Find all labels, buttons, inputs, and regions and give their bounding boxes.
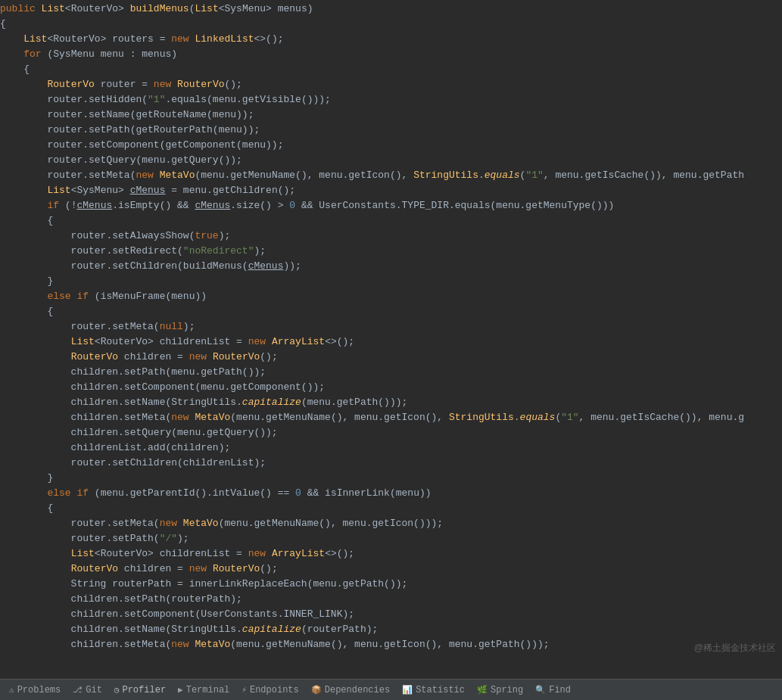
line-content: RouterVo router = new RouterVo(); (0, 79, 782, 90)
code-line: RouterVo children = new RouterVo(); (0, 351, 782, 366)
line-content: router.setMeta(new MetaVo(menu.getMenuNa… (0, 518, 782, 529)
tab-label: Profiler (122, 685, 166, 695)
tab-icon: ⚡ (241, 685, 247, 695)
line-content: router.setPath(getRouterPath(menu)); (0, 124, 782, 135)
code-line: children.setPath(menu.getPath()); (0, 366, 782, 381)
tab-label: Find (549, 685, 571, 695)
bottom-tab-endpoints[interactable]: ⚡Endpoints (235, 683, 304, 698)
code-line: router.setMeta(null); (0, 321, 782, 336)
line-content: } (0, 472, 782, 484)
bottom-tab-find[interactable]: 🔍Find (529, 683, 577, 698)
bottom-toolbar: ⚠Problems⎇Git◷Profiler▶Terminal⚡Endpoint… (0, 679, 782, 700)
line-content: children.setQuery(menu.getQuery()); (0, 427, 782, 438)
code-line: children.setMeta(new MetaVo(menu.getMenu… (0, 412, 782, 427)
tab-icon: ⚠ (9, 685, 14, 695)
line-content: router.setChildren(buildMenus(cMenus)); (0, 260, 782, 272)
tab-icon: ◷ (114, 685, 120, 695)
tab-label: Spring (491, 685, 523, 695)
tab-icon: 🔍 (535, 685, 546, 695)
tab-label: Git (86, 685, 102, 695)
line-content: { (0, 306, 782, 317)
line-content: List<SysMenu> cMenus = menu.getChildren(… (0, 185, 782, 196)
code-editor: public List<RouterVo> buildMenus(List<Sy… (0, 0, 782, 679)
line-content: { (0, 18, 782, 30)
code-line: else if (isMenuFrame(menu)) (0, 291, 782, 306)
bottom-tab-git[interactable]: ⎇Git (67, 683, 108, 698)
code-line: router.setRedirect("noRedirect"); (0, 245, 782, 260)
code-line: { (0, 215, 782, 230)
bottom-tab-statistic[interactable]: 📊Statistic (396, 683, 471, 698)
line-content: { (0, 215, 782, 226)
code-line: children.setName(StringUtils.capitalize(… (0, 397, 782, 412)
code-line: String routerPath = innerLinkReplaceEach… (0, 578, 782, 593)
code-line: childrenList.add(children); (0, 442, 782, 457)
code-line: { (0, 502, 782, 518)
code-line: List<RouterVo> childrenList = new ArrayL… (0, 548, 782, 563)
line-content: else if (isMenuFrame(menu)) (0, 291, 782, 302)
code-line: router.setName(getRouteName(menu)); (0, 109, 782, 124)
line-content: router.setPath("/"); (0, 533, 782, 544)
line-content: RouterVo children = new RouterVo(); (0, 351, 782, 362)
code-line: public List<RouterVo> buildMenus(List<Sy… (0, 3, 782, 18)
code-line: for (SysMenu menu : menus) (0, 48, 782, 64)
line-content: RouterVo children = new RouterVo(); (0, 563, 782, 574)
line-content: } (0, 275, 782, 287)
tab-icon: ▶ (178, 685, 183, 695)
tab-label: Statistic (416, 685, 465, 695)
tab-label: Endpoints (250, 685, 299, 695)
line-content: router.setComponent(getComponent(menu)); (0, 139, 782, 151)
bottom-tab-problems[interactable]: ⚠Problems (3, 683, 67, 698)
code-line: RouterVo children = new RouterVo(); (0, 563, 782, 578)
line-content: { (0, 502, 782, 514)
code-line: RouterVo router = new RouterVo(); (0, 79, 782, 94)
code-line: router.setMeta(new MetaVo(menu.getMenuNa… (0, 518, 782, 533)
code-line: router.setPath("/"); (0, 533, 782, 548)
code-line: router.setChildren(childrenList); (0, 457, 782, 472)
bottom-tab-terminal[interactable]: ▶Terminal (172, 683, 235, 698)
line-content: public List<RouterVo> buildMenus(List<Sy… (0, 3, 782, 14)
line-content: children.setMeta(new MetaVo(menu.getMenu… (0, 639, 782, 650)
tab-icon: 🌿 (477, 685, 488, 695)
code-line: router.setPath(getRouterPath(menu)); (0, 124, 782, 139)
code-line: List<RouterVo> childrenList = new ArrayL… (0, 336, 782, 351)
line-content: List<RouterVo> childrenList = new ArrayL… (0, 336, 782, 347)
line-content: router.setMeta(null); (0, 321, 782, 332)
bottom-tab-spring[interactable]: 🌿Spring (471, 683, 529, 698)
tab-label: Dependencies (325, 685, 390, 695)
line-content: for (SysMenu menu : menus) (0, 48, 782, 60)
line-content: else if (menu.getParentId().intValue() =… (0, 487, 782, 499)
line-content: children.setComponent(menu.getComponent(… (0, 381, 782, 393)
line-content: router.setName(getRouteName(menu)); (0, 109, 782, 120)
code-line: } (0, 275, 782, 291)
line-content: children.setMeta(new MetaVo(menu.getMenu… (0, 412, 782, 423)
bottom-tab-profiler[interactable]: ◷Profiler (108, 683, 172, 698)
tab-label: Terminal (186, 685, 230, 695)
code-line: List<RouterVo> routers = new LinkedList<… (0, 33, 782, 48)
code-line: children.setPath(routerPath); (0, 593, 782, 608)
line-content: children.setName(StringUtils.capitalize(… (0, 397, 782, 408)
line-content: router.setAlwaysShow(true); (0, 230, 782, 241)
line-content: children.setPath(routerPath); (0, 593, 782, 605)
code-line: { (0, 64, 782, 79)
line-content: List<RouterVo> childrenList = new ArrayL… (0, 548, 782, 559)
tab-icon: ⎇ (73, 685, 83, 695)
code-line: router.setChildren(buildMenus(cMenus)); (0, 260, 782, 275)
line-content: childrenList.add(children); (0, 442, 782, 453)
code-line: children.setName(StringUtils.capitalize(… (0, 624, 782, 639)
code-line: router.setQuery(menu.getQuery()); (0, 154, 782, 170)
code-line: children.setComponent(UserConstants.INNE… (0, 608, 782, 624)
line-content: if (!cMenus.isEmpty() && cMenus.size() >… (0, 200, 782, 211)
code-line: router.setMeta(new MetaVo(menu.getMenuNa… (0, 170, 782, 185)
line-content: String routerPath = innerLinkReplaceEach… (0, 578, 782, 590)
code-line: else if (menu.getParentId().intValue() =… (0, 487, 782, 502)
code-line: router.setComponent(getComponent(menu)); (0, 139, 782, 154)
line-content: List<RouterVo> routers = new LinkedList<… (0, 33, 782, 45)
line-content: router.setHidden("1".equals(menu.getVisi… (0, 94, 782, 105)
code-line: if (!cMenus.isEmpty() && cMenus.size() >… (0, 200, 782, 215)
code-line: { (0, 18, 782, 33)
line-content: { (0, 64, 782, 75)
bottom-tab-dependencies[interactable]: 📦Dependencies (305, 683, 396, 698)
code-line: router.setAlwaysShow(true); (0, 230, 782, 245)
code-line: } (0, 472, 782, 487)
line-content: router.setQuery(menu.getQuery()); (0, 154, 782, 166)
